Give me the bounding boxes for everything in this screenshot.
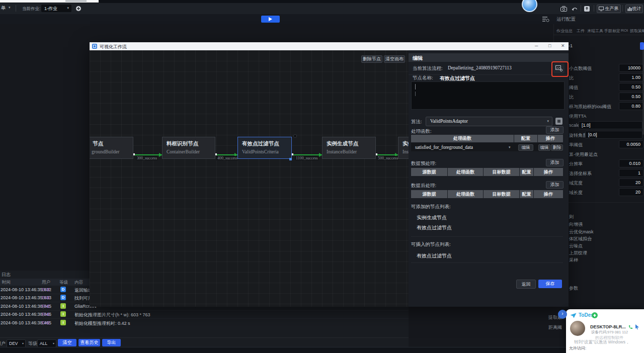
param-input[interactable]: 1.00 — [619, 73, 643, 81]
job-dropdown[interactable]: 1-作业 ▾ — [41, 5, 71, 12]
insertable-node-item[interactable]: 有效点过滤节点 — [417, 252, 452, 259]
log-history-button[interactable]: 查看历史 — [78, 339, 100, 346]
export-box-icon[interactable] — [584, 6, 590, 12]
stats-button[interactable]: 统计 — [625, 5, 643, 13]
param-label-scale: scale — [569, 123, 580, 128]
dialog-titlebar[interactable]: 可视化工作流 ─ □ ✕ — [90, 42, 569, 50]
back-button[interactable]: 返回 — [516, 280, 536, 289]
log-user-filter-label: 用户 — [0, 340, 6, 347]
param-label: 域长度 — [569, 190, 583, 196]
param-input[interactable]: 0.80 — [619, 102, 643, 110]
chevron-down-icon[interactable]: ▾ — [9, 6, 11, 10]
workflow-node-validpoints-selected[interactable]: 有效点过滤节点 ValidPointsCriteria — [237, 137, 292, 159]
add-postprocess-button[interactable]: 添加 — [546, 181, 564, 189]
delete-node-button[interactable]: 删除节点 — [361, 55, 382, 63]
param-input[interactable]: 0.010 — [619, 159, 643, 167]
node-description-textarea[interactable] — [411, 81, 565, 110]
param-input[interactable]: 0.0050 — [619, 140, 643, 148]
param-input-rotation[interactable]: [0.0] — [585, 131, 642, 139]
workflow-node-container[interactable]: 料框识别节点 ContainerBuilder — [162, 137, 215, 159]
param-label: 比 — [569, 75, 574, 81]
param-input[interactable]: 10000 — [619, 64, 643, 72]
todesk-upgrade-icon[interactable] — [592, 312, 598, 318]
workflow-canvas[interactable]: 删除节点 清空画布 300_success 400_success 1100_s… — [90, 50, 409, 307]
menu-dropdown[interactable]: 单 — [1, 5, 6, 12]
option-label: 云优化mask — [569, 229, 594, 235]
avatar — [570, 321, 585, 336]
chevron-down-icon[interactable]: ▾ — [509, 145, 511, 149]
algorithm-config-button[interactable] — [555, 118, 562, 125]
workpiece-sub-label: -1 — [569, 43, 573, 48]
tab-end-tool[interactable]: 末端工具 — [587, 28, 603, 34]
phone-icon[interactable] — [628, 325, 633, 329]
minimize-icon[interactable]: ─ — [535, 43, 538, 48]
todesk-device-name: DESKTOP-8LR... — [590, 324, 626, 329]
save-button[interactable]: 保存 — [538, 280, 562, 288]
undo-icon[interactable] — [572, 6, 578, 12]
play-button[interactable] — [261, 16, 280, 23]
tab-workpiece[interactable]: 工件 — [577, 28, 585, 34]
divider — [581, 5, 581, 12]
filter-settings-icon[interactable] — [542, 16, 549, 22]
workflow-node-instance[interactable]: 实例生成节点 InstanceBuilder — [322, 137, 376, 159]
log-level-badge: I — [60, 311, 66, 317]
param-input[interactable]: 20 — [619, 188, 643, 196]
table-row[interactable]: satisfied_for_foreground_data ▾ 编辑 编辑 删除 — [411, 143, 563, 151]
node-port-handle[interactable] — [289, 158, 292, 160]
op-delete-button[interactable]: 删除 — [551, 144, 563, 151]
addable-node-item[interactable]: 有效点过滤节点 — [417, 224, 452, 231]
op-edit-button[interactable]: 编辑 — [538, 144, 550, 151]
divider — [594, 5, 594, 12]
add-job-icon[interactable] — [75, 6, 82, 12]
stats-label: 统计 — [632, 6, 641, 11]
tab-roi[interactable]: ROI — [621, 28, 628, 33]
add-preprocess-button[interactable]: 添加 — [546, 159, 564, 166]
windows-activation-watermark: 转到“设置”以激活 Windows， — [574, 339, 630, 345]
param-label: 率阈值 — [569, 142, 583, 148]
param-input[interactable]: 20 — [619, 179, 643, 187]
workflow-node-clipped[interactable]: 实例 Inst — [398, 137, 409, 159]
workflow-node-background[interactable]: 节点 groundBuilder — [90, 137, 133, 159]
param-input-scale[interactable]: [1.0] — [579, 121, 642, 129]
log-user-filter-dropdown[interactable]: DEV ▾ — [7, 339, 26, 347]
maximize-icon[interactable]: □ — [548, 43, 551, 48]
option-label: 体区域拟合 — [569, 236, 592, 242]
clear-canvas-button[interactable]: 清空画布 — [384, 55, 405, 63]
log-col-user: 用户 — [42, 280, 50, 286]
camera-icon[interactable] — [560, 6, 567, 12]
log-level-filter-label: 等级 — [28, 340, 37, 347]
param-input[interactable]: 1 — [619, 169, 643, 177]
addable-node-item[interactable]: 实例生成节点 — [417, 214, 447, 221]
log-row[interactable]: 2024-08-10 13:46:38,046 FAE I 初始化推理图片尺寸(… — [0, 310, 409, 319]
param-input[interactable]: 0.50 — [619, 83, 643, 91]
preprocess-label: 数据预处理: — [411, 160, 436, 167]
algorithm-dropdown[interactable]: ValidPointsAdaptor ▾ — [426, 117, 552, 126]
config-edit-button[interactable]: 编辑 — [518, 144, 533, 151]
log-level-filter-dropdown[interactable]: ALL ▾ — [37, 339, 56, 347]
flow-value: Depalletizing_240809190727113 — [448, 65, 512, 70]
log-clear-button[interactable]: 清空 — [58, 339, 76, 346]
log-col-time: 时间 — [2, 280, 11, 286]
log-export-button[interactable]: 导出 — [102, 339, 121, 346]
log-row[interactable]: 2024-08-10 13:46:38,465 FAE I 初始化模型推理耗时:… — [0, 319, 409, 327]
col-func: 处理函数 — [448, 190, 483, 198]
production-view-button[interactable]: 生产界面 — [597, 5, 621, 13]
close-icon[interactable]: ✕ — [561, 43, 565, 48]
tab-grasp-strategy[interactable]: 抓取策略 — [630, 28, 644, 34]
option-label: 上层纹理 — [569, 250, 587, 256]
chevron-down-icon: ▾ — [67, 6, 69, 10]
postprocess-label: 数据后处理: — [411, 183, 436, 189]
node-title: 实例 — [403, 140, 409, 147]
todesk-expand-button[interactable]: › — [558, 310, 567, 319]
param-input[interactable]: 0.50 — [619, 93, 643, 101]
add-process-func-button[interactable]: 添加 — [546, 126, 564, 134]
tab-hand-eye[interactable]: 手眼标定 — [604, 28, 620, 34]
param-label: 小点数阈值 — [569, 65, 592, 72]
log-user: FAE — [42, 320, 50, 325]
todesk-allow-label: 允许访问: — [569, 345, 586, 351]
text-cursor — [415, 84, 416, 90]
tab-job-info[interactable]: 作业信息 — [556, 28, 573, 34]
table-header-func: 处理函数 — [411, 135, 514, 142]
cursor-icon[interactable] — [635, 324, 639, 329]
edit-header-label: 编辑 — [413, 55, 423, 62]
